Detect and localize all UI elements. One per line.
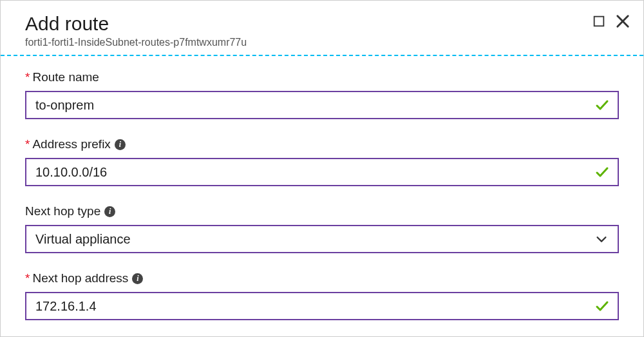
pin-icon[interactable]: [592, 14, 606, 31]
page-title: Add route: [25, 12, 619, 35]
info-icon[interactable]: i: [115, 139, 126, 150]
required-asterisk: *: [25, 70, 30, 84]
address-prefix-input-wrapper: [25, 158, 619, 186]
svg-rect-0: [594, 17, 604, 26]
address-prefix-input[interactable]: [26, 160, 594, 185]
next-hop-type-group: Next hop type i Virtual appliance: [25, 204, 619, 253]
address-prefix-group: *Address prefix i: [25, 137, 619, 186]
check-icon: [594, 298, 618, 314]
next-hop-address-input[interactable]: [26, 294, 594, 319]
header-actions: [592, 12, 632, 33]
required-asterisk: *: [25, 271, 30, 285]
check-icon: [594, 97, 618, 113]
next-hop-type-select[interactable]: Virtual appliance: [25, 225, 619, 253]
required-asterisk: *: [25, 137, 30, 151]
chevron-down-icon: [594, 232, 618, 246]
blade-container: Add route forti1-forti1-InsideSubnet-rou…: [1, 1, 643, 337]
next-hop-address-input-wrapper: [25, 292, 619, 320]
page-subtitle: forti1-forti1-InsideSubnet-routes-p7fmtw…: [25, 37, 619, 48]
close-icon[interactable]: [614, 12, 632, 33]
select-value: Virtual appliance: [26, 227, 594, 252]
check-icon: [594, 164, 618, 180]
blade-header: Add route forti1-forti1-InsideSubnet-rou…: [25, 12, 619, 48]
route-name-label: *Route name: [25, 70, 619, 84]
next-hop-address-group: *Next hop address i: [25, 271, 619, 320]
route-name-input-wrapper: [25, 91, 619, 119]
next-hop-type-label: Next hop type i: [25, 204, 619, 218]
route-name-group: *Route name: [25, 70, 619, 119]
info-icon[interactable]: i: [132, 273, 143, 284]
next-hop-address-label: *Next hop address i: [25, 271, 619, 285]
divider: [1, 55, 643, 56]
address-prefix-label: *Address prefix i: [25, 137, 619, 151]
info-icon[interactable]: i: [104, 206, 115, 217]
route-name-input[interactable]: [26, 93, 594, 118]
